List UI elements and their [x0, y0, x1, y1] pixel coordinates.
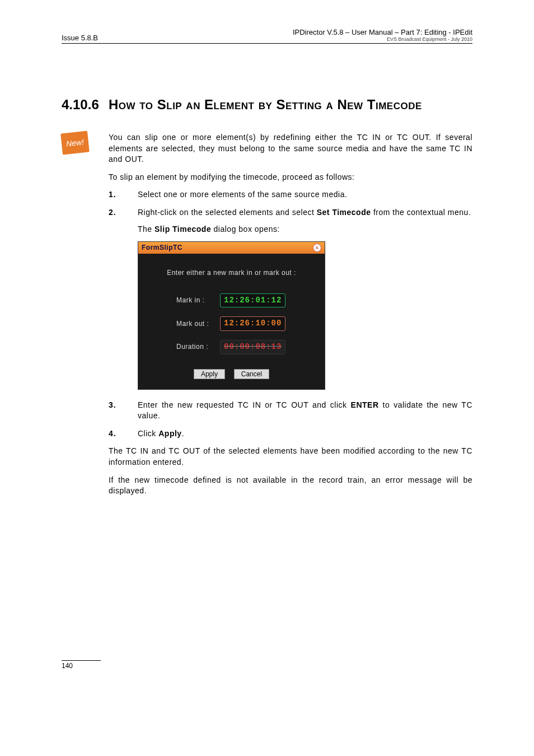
duration-field: 00:00:08:13	[220, 340, 285, 354]
dialog-message: Enter either a new mark in or mark out :	[146, 268, 317, 278]
section-number: 4.10.6	[62, 97, 109, 113]
mark-in-field[interactable]: 12:26:01:12	[220, 293, 285, 308]
close-icon[interactable]: ✕	[313, 244, 321, 252]
step-number: 4.	[109, 428, 138, 440]
step-text: Enter the new requested TC IN or TC OUT …	[138, 400, 472, 422]
section-heading: 4.10.6 How to Slip an Element by Setting…	[62, 97, 472, 113]
content-body: You can slip one or more element(s) by r…	[109, 113, 472, 503]
section-title: How to Slip an Element by Setting a New …	[109, 97, 422, 113]
page-number: 140	[62, 662, 472, 670]
step-number: 3.	[109, 400, 138, 422]
intro-paragraph-1: You can slip one or more element(s) by r…	[109, 132, 472, 165]
step-text: Right-click on the selected elements and…	[138, 207, 472, 235]
dialog-titlebar: FormSlipTC ✕	[138, 242, 325, 254]
step-3: 3. Enter the new requested TC IN or TC O…	[109, 400, 472, 422]
intro-paragraph-2: To slip an element by modifying the time…	[109, 172, 472, 183]
step-number: 2.	[109, 207, 138, 235]
step-text: Select one or more elements of the same …	[138, 189, 472, 200]
header-issue: Issue 5.8.B	[62, 34, 98, 42]
apply-button[interactable]: Apply	[194, 369, 225, 379]
mark-in-label: Mark in :	[176, 296, 220, 305]
cancel-button[interactable]: Cancel	[234, 369, 269, 379]
step-text: Click Apply.	[138, 428, 472, 440]
duration-label: Duration :	[176, 342, 220, 352]
mark-out-label: Mark out :	[176, 319, 220, 329]
mark-out-field[interactable]: 12:26:10:00	[220, 316, 285, 331]
step-1: 1. Select one or more elements of the sa…	[109, 189, 472, 200]
step-number: 1.	[109, 189, 138, 200]
header-subtitle: EVS Broadcast Equipment - July 2010	[293, 36, 472, 42]
header-right: IPDirector V.5.8 – User Manual – Part 7:…	[293, 28, 472, 42]
page-footer: 140	[62, 660, 472, 670]
outro-paragraph-1: The TC IN and TC OUT of the selected ele…	[109, 446, 472, 468]
header-title: IPDirector V.5.8 – User Manual – Part 7:…	[293, 28, 472, 36]
new-badge: New!	[60, 131, 90, 155]
page-header: Issue 5.8.B IPDirector V.5.8 – User Manu…	[62, 28, 472, 44]
step-4: 4. Click Apply.	[109, 428, 472, 440]
dialog-title: FormSlipTC	[142, 243, 182, 253]
step-2: 2. Right-click on the selected elements …	[109, 207, 472, 235]
outro-paragraph-2: If the new timecode defined is not avail…	[109, 475, 472, 497]
slip-timecode-dialog: FormSlipTC ✕ Enter either a new mark in …	[138, 241, 325, 389]
